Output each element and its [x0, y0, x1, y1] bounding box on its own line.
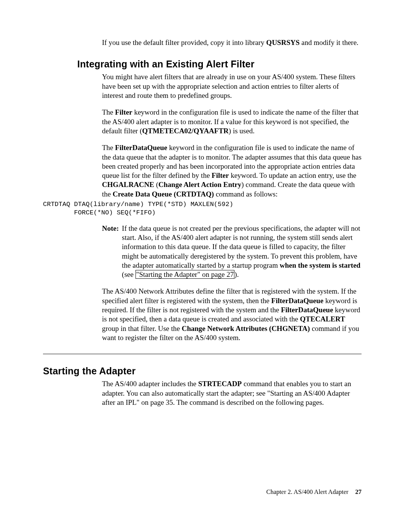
keyword-filterdataqueue: FilterDataQueue [271, 297, 323, 305]
library-name: QUSRSYS [266, 38, 300, 46]
command-strtecadp: STRTECADP [198, 380, 242, 388]
s1-p1: You might have alert filters that are al… [102, 72, 362, 100]
page-footer: Chapter 2. AS/400 Alert Adapter27 [266, 488, 362, 496]
page: If you use the default filter provided, … [0, 0, 411, 532]
text: The [102, 108, 115, 116]
command-create-data-queue: Create Data Queue (CRTDTAQ) [113, 190, 214, 198]
footer-chapter: Chapter 2. AS/400 Alert Adapter [266, 488, 349, 495]
note-block: Note: If the data queue is not created p… [102, 224, 362, 280]
text: group in that filter. Use the [102, 324, 182, 332]
note-body: If the data queue is not created per the… [122, 224, 362, 280]
group-qtecalert: QTECALERT [300, 315, 345, 323]
command-change-network-attributes: Change Network Attributes (CHGNETA) [182, 324, 310, 332]
s1-p3: The FilterDataQueue keyword in the confi… [102, 143, 362, 199]
text: The AS/400 adapter includes the [102, 380, 198, 388]
text: (see [122, 270, 135, 278]
text: ) is used. [229, 127, 255, 135]
intro-paragraph: If you use the default filter provided, … [102, 38, 362, 47]
s2-p1: The AS/400 adapter includes the STRTECAD… [102, 379, 362, 407]
s1-p5: The AS/400 Network Attributes define the… [102, 287, 362, 342]
text: If you use the default filter provided, … [102, 38, 266, 46]
text: ). [234, 270, 239, 278]
default-filter-name: QTMETECA02/QYAAFTR [142, 127, 229, 135]
text: The [102, 144, 115, 152]
command-chgalracne: CHGALRACNE [102, 181, 154, 189]
command-change-alert-action-entry: Change Alert Action Entry [158, 181, 241, 189]
section-divider [43, 354, 362, 354]
heading-integrating: Integrating with an Existing Alert Filte… [77, 58, 362, 70]
text: keyword. To update an action entry, use … [229, 171, 356, 179]
keyword-filter: Filter [212, 171, 229, 179]
keyword-filterdataqueue: FilterDataQueue [115, 144, 167, 152]
note-label: Note: [102, 224, 119, 280]
link-starting-the-adapter[interactable]: "Starting the Adapter" on page 27 [135, 270, 235, 279]
keyword-filter: Filter [115, 108, 132, 116]
emphasis-when-system-started: when the system is started [280, 261, 360, 269]
code-block-crtdtaq: CRTDTAQ DTAQ(library/name) TYPE(*STD) MA… [43, 200, 362, 217]
s1-p2: The Filter keyword in the configuration … [102, 108, 362, 136]
keyword-filterdataqueue: FilterDataQueue [281, 306, 333, 314]
heading-starting-the-adapter: Starting the Adapter [43, 365, 362, 377]
text: ( [154, 181, 158, 189]
footer-page-number: 27 [355, 488, 362, 495]
text: command as follows: [214, 190, 277, 198]
text: and modify it there. [299, 38, 358, 46]
content-area: If you use the default filter provided, … [43, 38, 362, 415]
